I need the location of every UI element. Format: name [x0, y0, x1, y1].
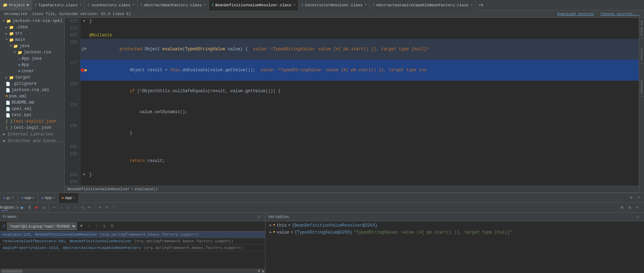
tab-label: JsonFactory.class	[91, 3, 130, 7]
close-icon[interactable]: ×	[12, 196, 14, 200]
tab-abstract-autowire[interactable]: C AbstractAutowireCapableBeanFactory.cla…	[370, 0, 476, 10]
choose-sources-link[interactable]: Choose Sources...	[601, 12, 640, 16]
database-tab[interactable]: Database	[639, 78, 644, 97]
sidebar-item-idea[interactable]: ▶ 📁 .idea	[0, 24, 64, 30]
step-into-icon[interactable]: ↓	[58, 205, 64, 211]
code-content[interactable]: 123 ▼ } 124 125 @Nullable	[65, 18, 639, 186]
sidebar-item-jackson-rce[interactable]: ▼ 📁 jackson.rce	[0, 49, 64, 56]
run-to-cursor-icon[interactable]: →|	[79, 205, 85, 211]
variables-expand-icon[interactable]: ⤢	[635, 214, 641, 220]
filter-icon[interactable]: ▽	[101, 223, 108, 229]
tab-bean-def-value-resolver[interactable]: C BeanDefinitionValueResolver.class ×	[209, 0, 299, 10]
project-tab[interactable]: 📁 Project ▼	[0, 0, 32, 10]
var-item-this[interactable]: ▶ ● this = {BeanDefinitionValueResolver@…	[265, 222, 644, 229]
close-icon[interactable]: ×	[52, 196, 55, 200]
sidebar-item-scratch[interactable]: ▶ Scratches and Conso...	[0, 138, 64, 144]
sidebar-item-spel-xml[interactable]: 📄 spel.xml	[0, 106, 64, 112]
evaluate-icon[interactable]: ⌨	[86, 205, 92, 211]
sidebar-item-pom[interactable]: M pom.xml	[0, 93, 64, 99]
close-icon[interactable]: ×	[365, 3, 367, 7]
close-debugger-icon[interactable]: ×	[634, 205, 641, 211]
run-tab-g[interactable]: ▶ g: ×	[0, 193, 18, 203]
copy-icon[interactable]: ⎘	[109, 223, 115, 229]
scroll-up-icon[interactable]: ▲	[261, 269, 265, 273]
frame-item-1[interactable]: resolveValueIfNecessary:191, BeanDefinit…	[0, 238, 265, 245]
var-item-value[interactable]: ▶ ● value = {TypedStringValue@3265} "Typ…	[265, 229, 644, 236]
sidebar-item-gitignore[interactable]: 📄 .gitignore	[0, 81, 64, 87]
ant-build-tab[interactable]: Ant Build	[639, 18, 644, 39]
sidebar-item-test-bat[interactable]: 📄 test.bat	[0, 112, 64, 118]
console-tab[interactable]: Console	[8, 205, 15, 211]
close-icon[interactable]: ×	[132, 3, 134, 7]
frames-list: evaluate:223, BeanDefinitionValueResolve…	[0, 231, 265, 269]
step-down-icon[interactable]: ↓	[86, 223, 92, 229]
restore-layout-icon[interactable]: ⊞	[619, 205, 625, 211]
sidebar-item-inner-class[interactable]: ● inner	[0, 68, 64, 74]
settings-icon[interactable]: ⚙	[628, 195, 634, 201]
step-over-icon[interactable]: ↷	[51, 205, 57, 211]
scroll-down-icon[interactable]: ▼	[257, 269, 261, 273]
sidebar-item-app-class[interactable]: ● App	[0, 62, 64, 68]
thread-selector[interactable]: *main*@1 in group "main": RUNNING	[7, 222, 77, 230]
tab-json-factory[interactable]: C JsonFactory.class ×	[85, 0, 138, 10]
step-out-icon[interactable]: ↑	[72, 205, 78, 211]
download-sources-link[interactable]: Download Sources	[557, 12, 594, 16]
breadcrumb-method[interactable]: evaluate()	[135, 187, 158, 191]
run-tab-app3[interactable]: ▶ App ×	[59, 193, 79, 203]
run-tab-app1[interactable]: ▶ App ×	[18, 193, 38, 203]
frames-header-label: Frames	[3, 215, 17, 219]
run-icon: ▶	[3, 195, 6, 200]
var-expand-icon[interactable]: ▶	[270, 230, 272, 234]
sidebar-item-app-java[interactable]: ☕ App.java	[0, 56, 64, 62]
settings-icon[interactable]: ⚙	[627, 205, 633, 211]
close-icon[interactable]: ×	[293, 3, 295, 7]
close-icon[interactable]: ×	[470, 3, 473, 7]
thread-icon: ⟳	[2, 224, 6, 229]
frames-scrollbar-thumb[interactable]	[1, 270, 22, 273]
close-icon[interactable]: ×	[73, 196, 75, 200]
breakpoint-dot[interactable]	[81, 68, 84, 72]
tab-more[interactable]: +5	[476, 3, 486, 7]
breadcrumb-class[interactable]: BeanDefinitionValueResolver	[67, 187, 130, 191]
close-icon[interactable]: ×	[32, 196, 35, 200]
line-code: value.setDynamic();	[88, 102, 639, 123]
filter-icon[interactable]: ▽	[104, 205, 110, 211]
sidebar-item-java[interactable]: ▼ 📁 java	[0, 43, 64, 49]
close-icon[interactable]: ×	[204, 3, 206, 7]
tab-constructor-resolver[interactable]: C ConstructorResolver.class ×	[299, 0, 370, 10]
sidebar-item-src[interactable]: ▶ 📁 src	[0, 30, 64, 37]
sidebar-item-external-libs[interactable]: ▶ External Libraries	[0, 131, 64, 138]
close-icon[interactable]: ×	[80, 3, 82, 7]
var-expand-icon[interactable]: ▶	[270, 223, 272, 227]
more-icon[interactable]: ⋮	[111, 205, 117, 211]
fold-icon[interactable]: ▼	[83, 171, 85, 178]
resume-icon[interactable]: ▶	[19, 205, 25, 211]
stop-icon[interactable]: ■	[33, 205, 39, 211]
run-tab-app2[interactable]: ▶ App ×	[38, 193, 58, 203]
fold-icon[interactable]: ▼	[85, 46, 87, 53]
frame-item-2[interactable]: applyPropertyValues:1613, AbstractAutowi…	[0, 245, 265, 251]
frame-item-0[interactable]: evaluate:223, BeanDefinitionValueResolve…	[0, 231, 265, 238]
chevron-down-icon[interactable]: ▼	[78, 223, 85, 229]
debugger-toolbar: Debugger Console ▶ ⏸ ■ ↺ ↷ ↓ ⇓ ↑ →| ⌨ + …	[0, 203, 644, 213]
force-step-into-icon[interactable]: ⇓	[65, 205, 71, 211]
step-up-icon[interactable]: ↑	[94, 223, 100, 229]
sidebar-item-test-legit[interactable]: { } test-legit.json	[0, 125, 64, 131]
sidebar-item-iml[interactable]: 📄 jackson-rce.iml	[0, 87, 64, 93]
fold-icon[interactable]: ▼	[83, 18, 85, 25]
frames-expand-icon[interactable]: ⤢	[256, 214, 262, 220]
tab-abstract-bean-factory[interactable]: C AbstractBeanFactory.class ×	[138, 0, 209, 10]
tab-type-factory[interactable]: C TypeFactory.class ×	[32, 0, 85, 10]
pause-icon[interactable]: ⏸	[26, 205, 32, 211]
expand-icon[interactable]: ⤢	[636, 195, 642, 201]
add-watch-icon[interactable]: +	[97, 205, 103, 211]
sidebar-item-readme[interactable]: 📄 README.md	[0, 99, 64, 106]
sidebar-item-main[interactable]: ▼ 📁 main	[0, 37, 64, 43]
sci-view-tab[interactable]: SciView	[639, 46, 644, 64]
sidebar-item-target[interactable]: ▶ 📁 target	[0, 74, 64, 81]
scratch-label: Scratches and Conso...	[8, 139, 63, 143]
sidebar-item-test-exploit[interactable]: { } test-exploit.json	[0, 118, 64, 125]
sidebar-item-root[interactable]: ▼ 📁 jackson-rce-via-spel [jackson	[0, 18, 64, 24]
rerun-icon[interactable]: ↺	[40, 205, 46, 211]
frames-scrollbar[interactable]: ▼ ▲	[0, 269, 265, 273]
